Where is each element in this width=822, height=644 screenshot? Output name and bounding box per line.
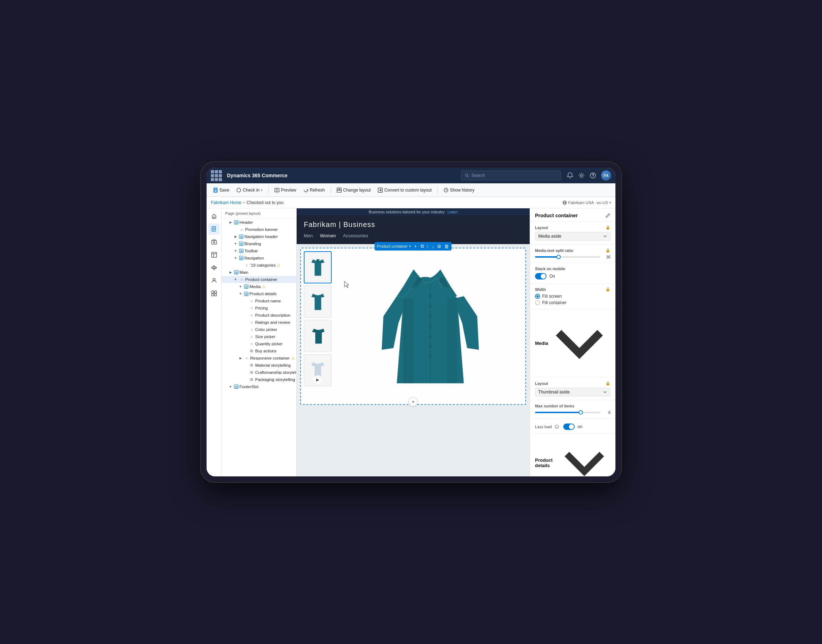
tree-item-product-description[interactable]: ▶ ○ Product description xyxy=(222,312,296,319)
delete-module-icon[interactable]: 🗑 xyxy=(443,243,449,250)
media-layout-select[interactable]: Thumbnail aside xyxy=(535,388,610,396)
lazy-load-toggle-row: Lazy load on xyxy=(535,423,610,430)
tree-item-19-categories[interactable]: ▶ ○ '19 categories ⚠ xyxy=(222,262,296,269)
slider-track[interactable] xyxy=(535,256,600,258)
tree-item-product-container[interactable]: ▼ ○ Product container xyxy=(222,276,296,283)
rp-media-collapsible[interactable]: Media xyxy=(530,309,615,377)
thumbnail-3[interactable] xyxy=(304,320,332,352)
max-items-thumb[interactable] xyxy=(579,410,583,414)
thumbnail-4[interactable]: ▶ xyxy=(304,354,332,386)
slider-fill xyxy=(535,256,558,258)
edit-icon[interactable] xyxy=(606,213,610,218)
refresh-button[interactable]: Refresh xyxy=(301,186,328,194)
tree-item-promotion-banner[interactable]: ▶ ○ Promotion banner xyxy=(222,226,296,233)
convert-custom-layout-button[interactable]: Convert to custom layout xyxy=(375,186,435,194)
copy-module-icon[interactable]: ⧉ xyxy=(420,243,425,250)
tree-item-buy-actions[interactable]: ▶ ⚙ Buy actions xyxy=(222,347,296,354)
tree-item-packaging-storytelling[interactable]: ▶ ⚙ Packaging storytelling xyxy=(222,376,296,383)
tree-item-color-picker[interactable]: ▶ ○ Color picker xyxy=(222,326,296,333)
fill-container-option[interactable]: Fill container xyxy=(535,300,610,305)
tree-item-footer-slot[interactable]: ▼ ⊞ FooterSlot xyxy=(222,383,296,390)
tree-item-material-storytelling[interactable]: ▶ ⚙ Material storytelling xyxy=(222,362,296,369)
move-down-icon[interactable]: ↓ xyxy=(431,243,435,250)
rp-product-details-collapsible[interactable]: Product details xyxy=(530,434,615,476)
tree-label: Product name xyxy=(255,299,281,303)
checkin-button[interactable]: Check in ▾ xyxy=(233,186,265,194)
svg-point-35 xyxy=(429,295,432,298)
tree-item-quantity-picker[interactable]: ▶ ○ Quantity picker xyxy=(222,340,296,347)
tree-item-header[interactable]: ▶ ⊞ Header xyxy=(222,219,296,226)
tree-item-size-picker[interactable]: ▶ ○ Size picker xyxy=(222,333,296,340)
rp-max-items-title: Max number of items xyxy=(535,404,610,408)
change-layout-button[interactable]: Change layout xyxy=(334,186,373,194)
tree-item-branding[interactable]: ▼ ⊞ Branding xyxy=(222,240,296,247)
max-items-track[interactable] xyxy=(535,412,600,413)
tree-item-toolbar[interactable]: ▼ ⊞ Toolbar xyxy=(222,247,296,255)
app-grid-icon[interactable] xyxy=(211,170,222,181)
product-container-toolbar: Product container ▾ ＋ ⧉ ↑ ↓ ⚙ 🗑 xyxy=(374,242,451,250)
breadcrumb-home[interactable]: Fabrikam Home xyxy=(211,200,241,205)
tenant-chevron[interactable]: ▾ xyxy=(609,201,611,204)
slider-thumb[interactable] xyxy=(557,255,561,259)
fill-screen-option[interactable]: Fill screen xyxy=(535,294,610,299)
stack-mobile-toggle[interactable] xyxy=(535,273,546,279)
pages-icon xyxy=(211,226,217,232)
user-avatar[interactable]: FA xyxy=(601,170,611,181)
thumbnail-1[interactable] xyxy=(304,251,332,284)
tree-label: Branding xyxy=(244,242,261,246)
toolbar-divider-3 xyxy=(437,187,438,194)
thumbnail-2[interactable] xyxy=(304,285,332,318)
lock-icon-width: 🔒 xyxy=(606,287,610,291)
globe-icon xyxy=(563,201,567,205)
video-play-icon[interactable]: ▶ xyxy=(313,375,322,384)
apps-icon xyxy=(211,291,217,296)
tree-item-product-details[interactable]: ▼ ⊞ Product details xyxy=(222,290,296,297)
svg-point-26 xyxy=(212,267,213,268)
learn-link[interactable]: Learn xyxy=(448,210,457,214)
add-module-icon[interactable]: ＋ xyxy=(413,243,419,250)
tree-item-media[interactable]: ▼ ⊞ Media ⚠ xyxy=(222,283,296,290)
settings-icon[interactable] xyxy=(578,172,585,179)
warn-icon-responsive: ⚠ xyxy=(291,356,295,360)
tree-item-ratings[interactable]: ▶ ○ Ratings and review xyxy=(222,319,296,326)
canvas-banner: Business solutions tailored for your ind… xyxy=(297,209,530,216)
tree-item-navigation[interactable]: ▼ ⊞ Navigation xyxy=(222,255,296,262)
nav-people-btn[interactable] xyxy=(209,275,220,286)
nav-templates-btn[interactable] xyxy=(209,249,220,261)
nav-pages-btn[interactable] xyxy=(209,223,220,235)
fill-screen-radio[interactable] xyxy=(535,294,540,299)
tree-label: Toolbar xyxy=(244,249,258,253)
svg-point-39 xyxy=(429,335,432,338)
tree-item-craftsmanship-storytelling[interactable]: ▶ ⚙ Craftsmanship storytelling xyxy=(222,369,296,376)
tree-item-product-name[interactable]: ▶ ○ Product name xyxy=(222,297,296,305)
rp-lazy-load-section: Lazy load on xyxy=(530,419,615,434)
lock-icon-split: 🔒 xyxy=(606,248,610,253)
lazy-load-toggle[interactable] xyxy=(563,423,575,430)
pd-collapse-icon xyxy=(558,437,610,476)
save-button[interactable]: Save xyxy=(210,186,232,194)
add-section-button[interactable]: ＋ xyxy=(408,397,418,406)
tree-item-pricing[interactable]: ▶ ○ Pricing xyxy=(222,305,296,312)
show-history-button[interactable]: Show history xyxy=(441,186,477,194)
tree-item-responsive-container[interactable]: ▶ ○ Responsive container ⚠ xyxy=(222,354,296,362)
nav-home-btn[interactable] xyxy=(209,210,220,222)
settings-module-icon[interactable]: ⚙ xyxy=(436,243,442,250)
nav-fragments-btn[interactable] xyxy=(209,262,220,273)
nav-apps-btn[interactable] xyxy=(209,288,220,299)
nav-men[interactable]: Men xyxy=(304,232,313,239)
tenant-name: Fabrikam USA · en-US xyxy=(568,201,608,205)
dropdown-arrow[interactable]: ▾ xyxy=(409,244,411,248)
lazy-load-info-icon[interactable] xyxy=(555,425,559,429)
fill-container-radio[interactable] xyxy=(535,300,540,305)
move-up-icon[interactable]: ↑ xyxy=(426,243,430,250)
layout-select[interactable]: Media aside xyxy=(535,232,610,241)
tree-item-navigation-header[interactable]: ▶ ⊞ Navigation header xyxy=(222,233,296,240)
help-icon[interactable] xyxy=(590,172,596,179)
preview-button[interactable]: Preview xyxy=(271,186,299,194)
tree-item-main[interactable]: ▶ ⊞ Main xyxy=(222,269,296,276)
nav-assets-btn[interactable] xyxy=(209,236,220,248)
nav-accessories[interactable]: Accessories xyxy=(343,232,368,239)
global-search[interactable]: Search xyxy=(461,170,561,181)
notification-icon[interactable] xyxy=(567,172,573,179)
nav-women[interactable]: Women xyxy=(320,232,336,239)
